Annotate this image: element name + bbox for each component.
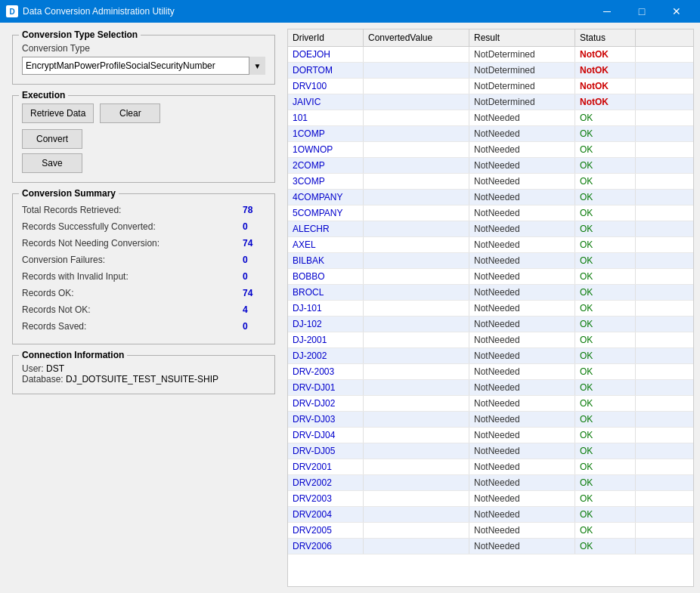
cell-result: NotNeeded — [469, 174, 575, 189]
close-button[interactable]: ✕ — [659, 0, 694, 23]
cell-result: NotNeeded — [469, 348, 575, 363]
user-label: User: — [22, 363, 44, 374]
cell-result: NotNeeded — [469, 253, 575, 268]
cell-converted-value — [364, 317, 469, 332]
data-grid: DriverId ConvertedValue Result Status DO… — [287, 29, 694, 587]
cell-status: OK — [575, 539, 636, 554]
window-title: Data Conversion Administration Utility — [23, 6, 175, 17]
table-row: DJ-2001NotNeededOK — [288, 332, 693, 348]
cell-driver-id: 1COMP — [288, 126, 364, 141]
left-panel: Conversion Type Selection Conversion Typ… — [0, 23, 287, 593]
cell-driver-id: DRV-DJ01 — [288, 380, 364, 395]
table-row: DJ-102NotNeededOK — [288, 317, 693, 332]
table-row: 5COMPANYNotNeededOK — [288, 205, 693, 221]
cell-driver-id: DRV2002 — [288, 475, 364, 490]
table-row: DOEJOHNotDeterminedNotOK — [288, 47, 693, 63]
cell-driver-id: AXEL — [288, 237, 364, 252]
cell-converted-value — [364, 269, 469, 284]
cell-driver-id: 4COMPANY — [288, 190, 364, 205]
cell-converted-value — [364, 221, 469, 236]
summary-row-value: 78 — [243, 205, 265, 215]
cell-driver-id: 1OWNOP — [288, 142, 364, 157]
minimize-button[interactable]: ─ — [590, 0, 624, 23]
table-row: DJ-101NotNeededOK — [288, 301, 693, 317]
cell-result: NotNeeded — [469, 317, 575, 332]
cell-converted-value — [364, 237, 469, 252]
cell-converted-value — [364, 332, 469, 347]
cell-converted-value — [364, 63, 469, 78]
table-row: BOBBONotNeededOK — [288, 269, 693, 285]
cell-result: NotNeeded — [469, 475, 575, 490]
cell-status: OK — [575, 110, 636, 125]
title-bar-left: D Data Conversion Administration Utility — [6, 5, 175, 17]
cell-status: OK — [575, 285, 636, 300]
cell-converted-value — [364, 380, 469, 395]
cell-status: OK — [575, 190, 636, 205]
execution-group-label: Execution — [19, 90, 68, 100]
cell-result: NotNeeded — [469, 301, 575, 316]
restore-button[interactable]: □ — [624, 0, 659, 23]
summary-row-label: Records Not Needing Conversion: — [22, 238, 160, 249]
summary-row-label: Records Not OK: — [22, 304, 91, 315]
summary-row: Records Not OK:4 — [22, 301, 265, 318]
cell-converted-value — [364, 142, 469, 157]
conversion-type-label: Conversion Type — [22, 43, 265, 54]
cell-driver-id: BOBBO — [288, 269, 364, 284]
cell-converted-value — [364, 110, 469, 125]
cell-converted-value — [364, 126, 469, 141]
cell-result: NotDetermined — [469, 79, 575, 94]
summary-row: Records Not Needing Conversion:74 — [22, 235, 265, 252]
cell-status: OK — [575, 428, 636, 443]
cell-driver-id: DORTOM — [288, 63, 364, 78]
table-row: JAIVICNotDeterminedNotOK — [288, 94, 693, 110]
cell-converted-value — [364, 253, 469, 268]
cell-driver-id: DJ-102 — [288, 317, 364, 332]
cell-status: OK — [575, 253, 636, 268]
retrieve-data-button[interactable]: Retrieve Data — [22, 103, 94, 123]
cell-result: NotNeeded — [469, 380, 575, 395]
convert-button[interactable]: Convert — [22, 129, 82, 149]
table-row: 1OWNOPNotNeededOK — [288, 142, 693, 158]
cell-result: NotNeeded — [469, 364, 575, 379]
cell-driver-id: ALECHR — [288, 221, 364, 236]
summary-row-label: Total Records Retrieved: — [22, 205, 121, 215]
table-row: DRV2005NotNeededOK — [288, 523, 693, 539]
grid-body[interactable]: DOEJOHNotDeterminedNotOKDORTOMNotDetermi… — [288, 47, 693, 586]
save-row: Save — [22, 153, 265, 173]
cell-converted-value — [364, 523, 469, 538]
cell-converted-value — [364, 475, 469, 490]
cell-converted-value — [364, 94, 469, 110]
save-button[interactable]: Save — [22, 153, 82, 173]
cell-driver-id: DJ-2001 — [288, 332, 364, 347]
cell-result: NotNeeded — [469, 190, 575, 205]
conversion-type-select[interactable]: EncryptManPowerProfileSocialSecurityNumb… — [22, 57, 265, 75]
cell-result: NotNeeded — [469, 269, 575, 284]
cell-driver-id: DRV-DJ03 — [288, 412, 364, 427]
conversion-type-group: Conversion Type Selection Conversion Typ… — [12, 35, 275, 85]
convert-row: Convert — [22, 129, 265, 149]
cell-result: NotDetermined — [469, 94, 575, 110]
cell-driver-id: DRV-DJ02 — [288, 396, 364, 411]
conversion-summary-label: Conversion Summary — [19, 188, 119, 199]
cell-converted-value — [364, 364, 469, 379]
user-value: DST — [46, 363, 64, 374]
table-row: 4COMPANYNotNeededOK — [288, 190, 693, 205]
connection-info-label: Connection Information — [19, 350, 127, 360]
app-icon: D — [6, 5, 18, 17]
summary-table: Total Records Retrieved:78Records Succes… — [22, 202, 265, 335]
clear-button[interactable]: Clear — [100, 103, 160, 123]
table-row: DRV2006NotNeededOK — [288, 539, 693, 554]
table-row: 3COMPNotNeededOK — [288, 174, 693, 190]
cell-converted-value — [364, 348, 469, 363]
summary-row-label: Records OK: — [22, 288, 74, 298]
cell-result: NotNeeded — [469, 158, 575, 173]
cell-converted-value — [364, 47, 469, 62]
cell-driver-id: 5COMPANY — [288, 205, 364, 221]
summary-row-value: 74 — [243, 238, 265, 249]
cell-result: NotNeeded — [469, 142, 575, 157]
cell-status: OK — [575, 142, 636, 157]
cell-result: NotDetermined — [469, 47, 575, 62]
grid-header: DriverId ConvertedValue Result Status — [288, 29, 693, 47]
cell-status: OK — [575, 221, 636, 236]
table-row: DRV-DJ03NotNeededOK — [288, 412, 693, 428]
